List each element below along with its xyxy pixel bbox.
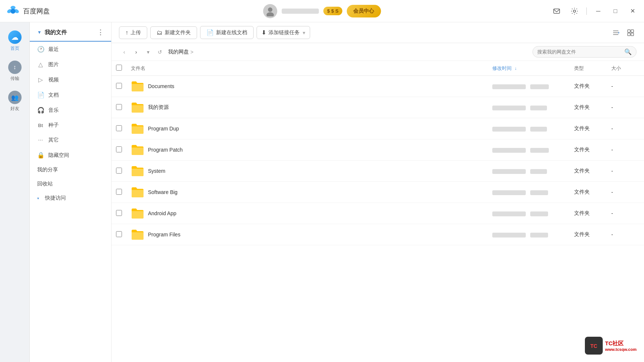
sidebar-item-other[interactable]: ··· 其它	[30, 133, 111, 148]
sidebar-more-icon[interactable]: ⋮	[97, 28, 104, 36]
nav-arrows: ‹ › ▾ ↺	[119, 47, 165, 57]
row-type-6: 文件夹	[570, 203, 607, 224]
row-filename-4[interactable]: System	[148, 168, 165, 174]
avatar[interactable]	[263, 4, 277, 18]
row-checkbox-2[interactable]	[116, 125, 122, 131]
row-type-4: 文件夹	[570, 161, 607, 182]
row-modified-6	[488, 203, 570, 224]
settings-icon-button[interactable]	[569, 5, 580, 17]
row-type-5: 文件夹	[570, 182, 607, 203]
upload-button[interactable]: ↑ 上传	[119, 26, 147, 39]
svg-rect-12	[631, 30, 634, 32]
sidebar-myfiles-header[interactable]: ▼ 我的文件 ⋮	[30, 22, 111, 42]
svg-text:TC: TC	[590, 343, 598, 349]
header-check	[112, 61, 126, 76]
modified-blur1-0	[492, 84, 526, 89]
row-filename-0[interactable]: Documents	[148, 83, 174, 89]
add-link-button[interactable]: ⬇ 添加链接任务 ▾	[257, 26, 310, 39]
modified-blur1-1	[492, 106, 526, 110]
maximize-button[interactable]: □	[610, 6, 621, 17]
breadcrumb-dropdown-button[interactable]: ▾	[143, 47, 153, 57]
sidebar-item-recent[interactable]: 🕐 最近	[30, 42, 111, 57]
mail-icon-button[interactable]	[551, 5, 563, 17]
row-size-6: -	[607, 203, 644, 224]
row-filename-2[interactable]: Program Dup	[148, 126, 179, 132]
grid-view-button[interactable]	[625, 27, 637, 39]
search-input[interactable]	[537, 49, 621, 55]
nav-item-home[interactable]: ☁ 首页	[2, 27, 28, 55]
row-filename-6[interactable]: Android App	[148, 210, 176, 216]
row-checkbox-3[interactable]	[116, 146, 122, 152]
folder-icon-5	[131, 185, 144, 199]
header-modified[interactable]: 修改时间 ↓	[488, 61, 570, 76]
forward-button[interactable]: ›	[131, 47, 141, 57]
list-view-button[interactable]	[610, 27, 622, 39]
corner-site-label: TC社区	[605, 340, 637, 347]
cloud-icon: ☁	[8, 30, 22, 44]
row-check-3	[112, 139, 126, 161]
folder-icon-3	[131, 143, 144, 156]
close-button[interactable]: ✕	[627, 6, 638, 17]
folder-icon-6	[131, 207, 144, 220]
search-icon-button[interactable]: 🔍	[624, 48, 632, 55]
back-button[interactable]: ‹	[119, 47, 129, 57]
sidebar-item-hidden[interactable]: 🔒 隐藏空间	[30, 148, 111, 163]
sidebar-item-videos[interactable]: ▷ 视频	[30, 72, 111, 87]
titlebar-center: $ $ S 会员中心	[263, 4, 381, 18]
nav-item-friends[interactable]: 👥 好友	[2, 87, 28, 116]
header-name[interactable]: 文件名	[126, 61, 488, 76]
nav-friends-label: 好友	[10, 106, 19, 112]
sidebar-item-recycle[interactable]: 回收站	[30, 177, 111, 191]
breadcrumb-root[interactable]: 我的网盘	[168, 49, 189, 55]
transfer-icon: ↕	[8, 61, 22, 74]
nav-transfer-label: 传输	[10, 75, 19, 82]
images-icon: △	[37, 61, 44, 68]
username-blurred	[282, 9, 319, 14]
modified-blur1-7	[492, 233, 526, 237]
row-checkbox-1[interactable]	[116, 104, 122, 110]
row-modified-0	[488, 76, 570, 97]
sidebar-music-label: 音乐	[48, 107, 59, 114]
table-header: 文件名 修改时间 ↓ 类型 大小	[112, 61, 644, 76]
table-row: Documents 文件夹 -	[112, 76, 644, 97]
row-filename-3[interactable]: Program Patch	[148, 147, 183, 153]
sidebar-item-quickaccess[interactable]: ▾ 快捷访问	[30, 191, 111, 205]
refresh-button[interactable]: ↺	[155, 47, 165, 57]
sidebar-item-images[interactable]: △ 图片	[30, 57, 111, 72]
row-checkbox-0[interactable]	[116, 83, 122, 89]
row-filename-1[interactable]: 我的资源	[148, 104, 169, 111]
modified-blur2-4	[530, 169, 547, 174]
modified-blur2-7	[530, 233, 548, 237]
row-name-cell-4: System	[126, 161, 488, 182]
row-checkbox-7[interactable]	[116, 231, 122, 237]
row-filename-5[interactable]: Software Big	[148, 189, 177, 195]
row-checkbox-4[interactable]	[116, 168, 122, 174]
modified-blur2-3	[530, 148, 549, 153]
nav-bar: ‹ › ▾ ↺ 我的网盘 > 🔍	[112, 43, 644, 61]
sidebar-docs-label: 文档	[48, 92, 59, 98]
breadcrumb-separator: >	[190, 49, 193, 55]
myshare-label: 我的分享	[37, 167, 58, 173]
row-checkbox-6[interactable]	[116, 210, 122, 216]
header-size[interactable]: 大小	[607, 61, 644, 76]
new-folder-icon: 🗂	[157, 29, 162, 36]
vip-badge[interactable]: $ $ S	[323, 7, 342, 15]
modified-blur2-2	[530, 127, 547, 132]
nav-item-transfer[interactable]: ↕ 传输	[2, 57, 28, 85]
sidebar-item-docs[interactable]: 📄 文档	[30, 87, 111, 103]
sidebar-item-music[interactable]: 🎧 音乐	[30, 103, 111, 118]
new-folder-button[interactable]: 🗂 新建文件夹	[150, 26, 197, 39]
row-filename-7[interactable]: Program Files	[148, 232, 180, 237]
sidebar-videos-label: 视频	[48, 77, 59, 83]
vip-center-button[interactable]: 会员中心	[347, 5, 381, 17]
select-all-checkbox[interactable]	[116, 65, 122, 71]
sidebar-item-bt[interactable]: Bt 种子	[30, 118, 111, 133]
minimize-button[interactable]: ─	[593, 6, 604, 17]
svg-point-7	[573, 10, 576, 12]
bt-icon: Bt	[37, 123, 44, 128]
header-type[interactable]: 类型	[570, 61, 607, 76]
row-checkbox-5[interactable]	[116, 189, 122, 195]
new-doc-button[interactable]: 📄 新建在线文档	[200, 26, 254, 39]
sidebar-item-myshare[interactable]: 我的分享	[30, 163, 111, 177]
corner-watermark: TC TC社区 www.tcsqw.com	[585, 337, 637, 355]
